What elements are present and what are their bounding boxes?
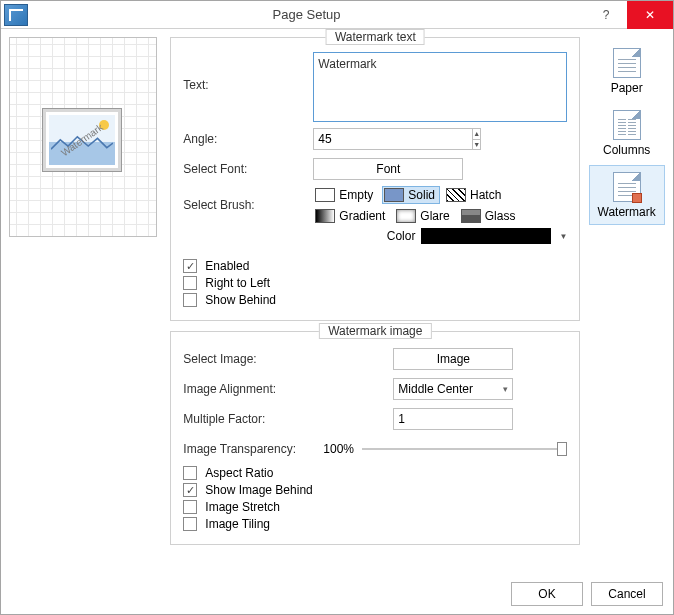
transparency-slider[interactable] <box>362 440 567 458</box>
ok-button[interactable]: OK <box>511 582 583 606</box>
page-preview: Watermark <box>9 37 157 237</box>
brush-gradient[interactable]: Gradient <box>313 207 390 225</box>
image-tiling-checkbox[interactable]: Image Tiling <box>183 517 567 531</box>
close-button[interactable]: ✕ <box>627 1 673 29</box>
color-dropdown-icon[interactable]: ▼ <box>559 232 567 241</box>
watermark-text-legend: Watermark text <box>326 29 425 45</box>
angle-label: Angle: <box>183 132 313 146</box>
rtl-checkbox[interactable]: Right to Left <box>183 276 567 290</box>
watermark-text-group: Watermark text Text: Angle: ▲ ▼ <box>170 37 580 321</box>
preview-column: Watermark <box>9 37 162 574</box>
window-title: Page Setup <box>28 7 585 22</box>
watermark-image-legend: Watermark image <box>319 323 431 339</box>
brush-glare[interactable]: Glare <box>394 207 454 225</box>
category-sidebar: Paper Columns Watermark <box>588 37 665 574</box>
sidebar-item-columns[interactable]: Columns <box>589 103 665 163</box>
titlebar: Page Setup ? ✕ <box>1 1 673 29</box>
multiple-input[interactable] <box>393 408 513 430</box>
app-icon <box>4 4 28 26</box>
cancel-button[interactable]: Cancel <box>591 582 663 606</box>
brush-glass[interactable]: Glass <box>459 207 521 225</box>
enabled-checkbox[interactable]: ✓Enabled <box>183 259 567 273</box>
select-brush-label: Select Brush: <box>183 186 313 212</box>
select-image-label: Select Image: <box>183 352 393 366</box>
paper-icon <box>613 48 641 78</box>
sidebar-item-paper[interactable]: Paper <box>589 41 665 101</box>
columns-icon <box>613 110 641 140</box>
watermark-icon <box>613 172 641 202</box>
select-font-label: Select Font: <box>183 162 313 176</box>
angle-down[interactable]: ▼ <box>473 139 480 150</box>
image-button[interactable]: Image <box>393 348 513 370</box>
angle-spinner[interactable]: ▲ ▼ <box>313 128 463 150</box>
sidebar-item-watermark[interactable]: Watermark <box>589 165 665 225</box>
page-setup-dialog: Page Setup ? ✕ Watermark Watermark text <box>0 0 674 615</box>
brush-empty[interactable]: Empty <box>313 186 378 204</box>
font-button[interactable]: Font <box>313 158 463 180</box>
color-swatch[interactable] <box>421 228 551 244</box>
angle-input[interactable] <box>313 128 473 150</box>
show-behind-checkbox[interactable]: Show Behind <box>183 293 567 307</box>
help-button[interactable]: ? <box>585 1 627 29</box>
watermark-text-input[interactable] <box>313 52 567 122</box>
image-stretch-checkbox[interactable]: Image Stretch <box>183 500 567 514</box>
multiple-label: Multiple Factor: <box>183 412 393 426</box>
brush-solid[interactable]: Solid <box>382 186 440 204</box>
angle-up[interactable]: ▲ <box>473 129 480 139</box>
dialog-footer: OK Cancel <box>1 574 673 614</box>
alignment-label: Image Alignment: <box>183 382 393 396</box>
show-image-behind-checkbox[interactable]: ✓Show Image Behind <box>183 483 567 497</box>
transparency-value: 100% <box>323 442 354 456</box>
text-label: Text: <box>183 52 313 92</box>
alignment-select[interactable]: Middle Center <box>393 378 513 400</box>
brush-hatch[interactable]: Hatch <box>444 186 506 204</box>
transparency-label: Image Transparency: <box>183 442 323 456</box>
color-label: Color <box>387 229 416 243</box>
watermark-image-group: Watermark image Select Image: Image Imag… <box>170 331 580 545</box>
aspect-ratio-checkbox[interactable]: Aspect Ratio <box>183 466 567 480</box>
